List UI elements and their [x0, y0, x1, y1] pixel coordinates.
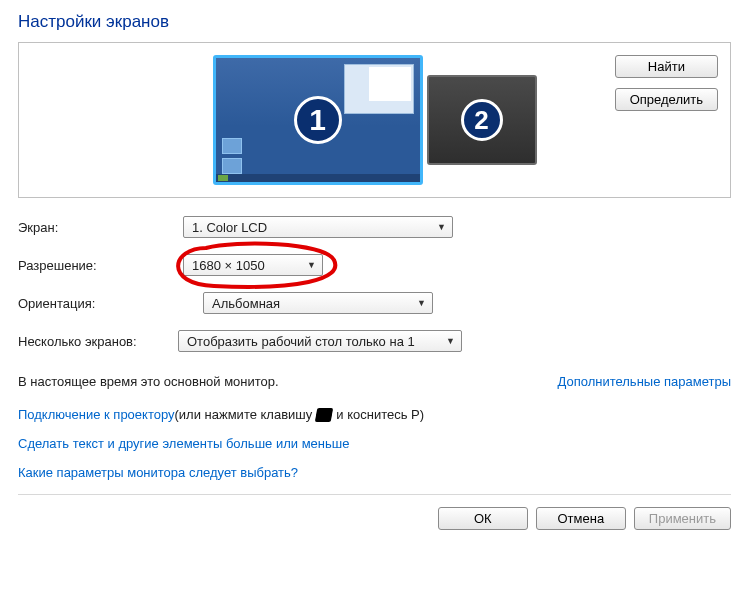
- chevron-down-icon: ▼: [446, 336, 455, 346]
- projector-link[interactable]: Подключение к проектору: [18, 407, 175, 422]
- chevron-down-icon: ▼: [307, 260, 316, 270]
- multiple-displays-dropdown[interactable]: Отобразить рабочий стол только на 1 ▼: [178, 330, 462, 352]
- dpi-link[interactable]: Сделать текст и другие элементы больше и…: [18, 436, 349, 451]
- resolution-value: 1680 × 1050: [192, 258, 265, 273]
- projector-hint-a: (или нажмите клавишу: [175, 407, 313, 422]
- chevron-down-icon: ▼: [417, 298, 426, 308]
- monitor-2[interactable]: 2: [427, 75, 537, 165]
- identify-button[interactable]: Определить: [615, 88, 718, 111]
- windows-key-icon: [316, 408, 332, 422]
- monitor-1-number: 1: [294, 96, 342, 144]
- primary-monitor-text: В настоящее время это основной монитор.: [18, 374, 279, 389]
- page-title: Настройки экранов: [18, 12, 731, 32]
- orientation-label: Ориентация:: [18, 296, 183, 311]
- display-preview-panel: 1 2 Найти Определить: [18, 42, 731, 198]
- orientation-dropdown[interactable]: Альбомная ▼: [203, 292, 433, 314]
- display-label: Экран:: [18, 220, 183, 235]
- advanced-settings-link[interactable]: Дополнительные параметры: [557, 374, 731, 389]
- resolution-dropdown[interactable]: 1680 × 1050 ▼: [183, 254, 323, 276]
- find-button[interactable]: Найти: [615, 55, 718, 78]
- monitor-1[interactable]: 1: [213, 55, 423, 185]
- monitor-2-number: 2: [461, 99, 503, 141]
- display-dropdown[interactable]: 1. Color LCD ▼: [183, 216, 453, 238]
- projector-hint-b: и коснитесь P): [336, 407, 424, 422]
- separator: [18, 494, 731, 495]
- help-link[interactable]: Какие параметры монитора следует выбрать…: [18, 465, 298, 480]
- orientation-value: Альбомная: [212, 296, 280, 311]
- resolution-label: Разрешение:: [18, 258, 183, 273]
- ok-button[interactable]: ОК: [438, 507, 528, 530]
- cancel-button[interactable]: Отмена: [536, 507, 626, 530]
- apply-button[interactable]: Применить: [634, 507, 731, 530]
- display-value: 1. Color LCD: [192, 220, 267, 235]
- chevron-down-icon: ▼: [437, 222, 446, 232]
- multiple-displays-label: Несколько экранов:: [18, 334, 178, 349]
- multiple-displays-value: Отобразить рабочий стол только на 1: [187, 334, 415, 349]
